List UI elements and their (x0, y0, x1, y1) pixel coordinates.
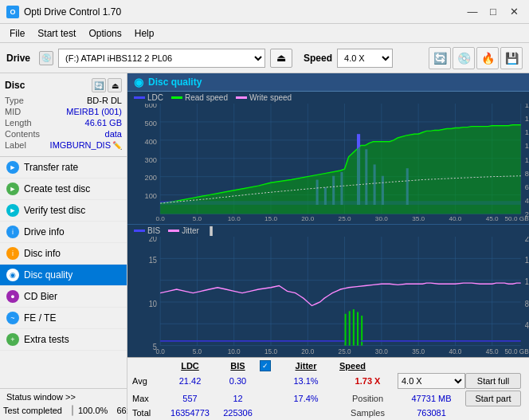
menu-options[interactable]: Options (82, 26, 127, 41)
svg-text:15: 15 (149, 256, 158, 265)
svg-rect-93 (353, 309, 355, 346)
toolbar-save-btn[interactable]: 💾 (500, 47, 523, 69)
status-window-button[interactable]: Status window >> (6, 392, 76, 402)
stats-max-row: Max 557 12 17.4% Position 47731 MB Start… (127, 390, 529, 407)
speed-select[interactable]: 4.0 X (337, 49, 393, 68)
chart1-container: LDC Read speed Write speed (127, 92, 529, 225)
extra-tests-label: Extra tests (24, 334, 69, 345)
stats-total-row: Total 16354773 225306 Samples 763081 (127, 407, 529, 420)
svg-text:12X: 12X (525, 143, 529, 151)
sidebar-item-create-test-disc[interactable]: ► Create test disc (0, 179, 127, 200)
menu-file[interactable]: File (3, 26, 31, 41)
mid-label: MID (5, 107, 49, 116)
sidebar-item-cd-bier[interactable]: ● CD Bier (0, 286, 127, 308)
stats-bis-header: BIS (216, 360, 260, 371)
toolbar-disc-btn[interactable]: 💿 (453, 47, 475, 69)
svg-text:14X: 14X (525, 128, 529, 136)
cd-bier-icon: ● (6, 290, 19, 303)
menu-help[interactable]: Help (128, 26, 161, 41)
svg-text:600: 600 (145, 104, 157, 109)
menu-start-test[interactable]: Start test (31, 26, 82, 41)
total-bis: 225306 (216, 408, 260, 418)
svg-text:5.0: 5.0 (193, 347, 202, 355)
toolbar-refresh-btn[interactable]: 🔄 (429, 47, 451, 69)
contents-value: data (105, 129, 122, 139)
drive-icon: 💿 (39, 51, 53, 65)
write-color (236, 96, 247, 99)
read-label: Read speed (185, 93, 228, 102)
svg-text:15.0: 15.0 (264, 347, 277, 355)
position-label: Position (338, 394, 398, 403)
disc-quality-title: Disc quality (148, 77, 202, 88)
close-button[interactable]: ✕ (505, 3, 523, 21)
svg-text:10.0: 10.0 (228, 347, 241, 355)
legend-read: Read speed (171, 93, 228, 102)
create-test-disc-icon: ► (6, 183, 19, 195)
chart2-svg: 20 15 10 5 20% 16% 12% 8% 4% 0.0 5.0 10.… (127, 237, 529, 355)
disc-label-edit-icon[interactable]: ✏️ (112, 141, 122, 150)
stats-avg-row: Avg 21.42 0.30 13.1% 1.73 X 4.0 X Start … (127, 372, 529, 390)
jitter-checkbox[interactable]: ✓ (260, 360, 271, 371)
sidebar: Disc 🔄 ⏏ Type BD-R DL MID MEIRB1 (001) L… (0, 73, 127, 420)
cd-bier-label: CD Bier (24, 291, 57, 302)
svg-text:4X: 4X (525, 197, 529, 205)
ldc-color (134, 96, 145, 99)
svg-text:12%: 12% (525, 277, 529, 287)
svg-text:30.0: 30.0 (375, 215, 389, 222)
svg-rect-94 (357, 312, 359, 345)
svg-text:10.0: 10.0 (228, 215, 241, 222)
speed-select-dropdown[interactable]: 4.0 X (398, 373, 465, 389)
contents-label: Contents (5, 129, 49, 139)
extra-tests-icon: + (6, 333, 19, 346)
svg-text:20: 20 (149, 237, 158, 243)
maximize-button[interactable]: □ (484, 3, 502, 21)
sidebar-item-transfer-rate[interactable]: ► Transfer rate (0, 157, 127, 179)
avg-speed: 1.73 X (338, 376, 398, 386)
disc-refresh-icon[interactable]: 🔄 (92, 78, 106, 92)
length-value: 46.61 GB (85, 118, 122, 128)
svg-text:200: 200 (145, 175, 157, 183)
svg-text:45.0: 45.0 (486, 347, 499, 355)
type-value: BD-R DL (87, 96, 122, 105)
svg-text:100: 100 (145, 193, 157, 201)
total-ldc: 16354773 (164, 408, 216, 418)
drive-select[interactable]: (F:) ATAPI iHBS112 2 PL06 (58, 49, 265, 68)
transfer-rate-label: Transfer rate (24, 162, 78, 173)
sidebar-item-drive-info[interactable]: i Drive info (0, 222, 127, 243)
samples-value: 763081 (398, 408, 465, 418)
progress-bar (72, 405, 73, 416)
svg-text:35.0: 35.0 (412, 347, 425, 355)
fe-te-icon: ~ (6, 312, 19, 324)
verify-test-disc-icon: ► (6, 204, 19, 217)
sidebar-item-disc-quality[interactable]: ◉ Disc quality (0, 265, 127, 286)
toolbar-burn-btn[interactable]: 🔥 (476, 47, 499, 69)
type-label: Type (5, 96, 49, 105)
svg-text:50.0 GB: 50.0 GB (505, 215, 529, 222)
disc-quality-label: Disc quality (24, 269, 72, 281)
bis-label: BIS (147, 226, 160, 235)
max-label: Max (132, 394, 164, 403)
drive-label: Drive (6, 53, 34, 64)
sidebar-item-disc-info[interactable]: i Disc info (0, 243, 127, 265)
svg-text:10: 10 (149, 299, 158, 308)
sidebar-item-fe-te[interactable]: ~ FE / TE (0, 308, 127, 329)
start-part-button[interactable]: Start part (465, 391, 521, 406)
title-bar: O Opti Drive Control 1.70 — □ ✕ (0, 0, 529, 24)
minimize-button[interactable]: — (464, 3, 481, 21)
jitter-color (168, 230, 179, 232)
speed-label: Speed (304, 53, 332, 64)
max-ldc: 557 (164, 394, 216, 403)
svg-text:40.0: 40.0 (449, 347, 461, 355)
disc-eject-icon[interactable]: ⏏ (108, 78, 122, 92)
menu-bar: File Start test Options Help (0, 24, 529, 43)
svg-text:20.0: 20.0 (301, 347, 314, 355)
nav-items: ► Transfer rate ► Create test disc ► Ver… (0, 157, 127, 388)
stats-bottom: LDC BIS ✓ Jitter Speed Avg 21.42 0.30 13… (127, 357, 529, 420)
sidebar-item-verify-test-disc[interactable]: ► Verify test disc (0, 200, 127, 222)
eject-button[interactable]: ⏏ (270, 49, 292, 68)
start-full-button[interactable]: Start full (465, 373, 521, 389)
content-area: ◉ Disc quality LDC Read speed Write spee… (127, 73, 529, 420)
svg-text:0.0: 0.0 (155, 215, 165, 222)
verify-test-disc-label: Verify test disc (24, 205, 85, 216)
sidebar-item-extra-tests[interactable]: + Extra tests (0, 329, 127, 351)
